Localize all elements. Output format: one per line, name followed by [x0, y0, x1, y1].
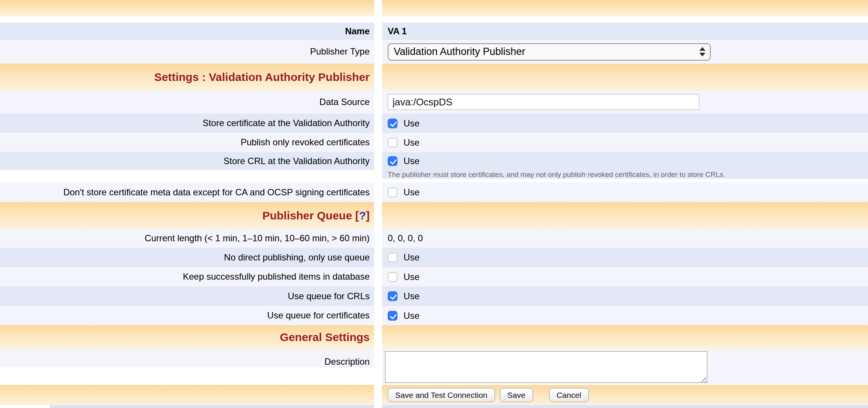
- keep-published-label: Keep successfully published items in dat…: [183, 271, 370, 282]
- store-crl-label: Store CRL at the Validation Authority: [224, 152, 370, 170]
- publisher-queue-help-link[interactable]: ?: [359, 209, 366, 222]
- row-data-source: Data Source: [0, 90, 868, 114]
- name-value: VA 1: [388, 26, 407, 37]
- row-buttons: Save and Test Connection Save Cancel: [0, 385, 868, 405]
- queue-certificates-checkbox[interactable]: [388, 311, 397, 321]
- row-queue-certificates: Use queue for certificates Use: [0, 306, 868, 325]
- description-textarea[interactable]: [385, 351, 707, 383]
- row-queue-crls: Use queue for CRLs Use: [0, 286, 868, 306]
- queue-section-title: Publisher Queue [?]: [262, 209, 370, 222]
- store-crl-use-label: Use: [404, 156, 420, 166]
- bottom-row-sliver: [0, 405, 868, 408]
- store-certificate-use-label: Use: [404, 118, 420, 129]
- save-and-test-connection-button[interactable]: Save and Test Connection: [388, 388, 495, 402]
- current-length-label: Current length (< 1 min, 1–10 min, 10–60…: [145, 233, 370, 244]
- row-settings-header: Settings : Validation Authority Publishe…: [0, 64, 868, 90]
- no-direct-publishing-label: No direct publishing, only use queue: [224, 252, 370, 263]
- row-no-direct-publishing: No direct publishing, only use queue Use: [0, 248, 868, 267]
- keep-published-checkbox[interactable]: [388, 272, 397, 282]
- top-band: [0, 0, 868, 16]
- publisher-type-select[interactable]: Validation Authority Publisher: [388, 43, 711, 61]
- row-name: Name VA 1: [0, 23, 868, 40]
- row-keep-published: Keep successfully published items in dat…: [0, 267, 868, 286]
- queue-certificates-label: Use queue for certificates: [267, 310, 370, 321]
- data-source-input[interactable]: [388, 94, 699, 110]
- name-label: Name: [345, 26, 370, 37]
- row-publish-only-revoked: Publish only revoked certificates Use: [0, 133, 868, 152]
- row-store-certificate: Store certificate at the Validation Auth…: [0, 114, 868, 133]
- publisher-type-selected-value: Validation Authority Publisher: [394, 46, 525, 58]
- store-certificate-label: Store certificate at the Validation Auth…: [203, 118, 370, 129]
- general-section-title: General Settings: [280, 331, 370, 344]
- row-description: Description: [0, 349, 868, 385]
- queue-help-bracket-close: ]: [366, 209, 370, 222]
- row-queue-header: Publisher Queue [?]: [0, 202, 868, 229]
- row-current-length: Current length (< 1 min, 1–10 min, 10–60…: [0, 229, 868, 248]
- table-spacer: [0, 16, 868, 23]
- queue-crls-label: Use queue for CRLs: [288, 291, 370, 302]
- keep-published-use-label: Use: [404, 272, 420, 282]
- no-direct-publishing-use-label: Use: [404, 252, 420, 263]
- queue-help-bracket-open: [: [355, 209, 359, 222]
- publisher-type-label: Publisher Type: [310, 46, 370, 57]
- dont-store-meta-checkbox[interactable]: [388, 187, 397, 197]
- row-publisher-type: Publisher Type Validation Authority Publ…: [0, 40, 868, 64]
- store-certificate-checkbox[interactable]: [388, 119, 397, 128]
- store-crl-checkbox[interactable]: [388, 156, 397, 166]
- current-length-value: 0, 0, 0, 0: [388, 233, 423, 244]
- queue-crls-use-label: Use: [404, 291, 420, 301]
- save-button[interactable]: Save: [500, 388, 533, 402]
- publish-only-revoked-label: Publish only revoked certificates: [241, 137, 370, 148]
- row-dont-store-meta: Don't store certificate meta data except…: [0, 183, 868, 202]
- publish-only-revoked-checkbox[interactable]: [388, 138, 397, 148]
- queue-crls-checkbox[interactable]: [388, 291, 397, 301]
- data-source-label: Data Source: [320, 97, 370, 108]
- dont-store-meta-label: Don't store certificate meta data except…: [63, 187, 370, 198]
- edit-publisher-page: Name VA 1 Publisher Type Validation Auth…: [0, 0, 868, 408]
- no-direct-publishing-checkbox[interactable]: [388, 253, 397, 262]
- row-general-header: General Settings: [0, 325, 868, 349]
- description-label: Description: [324, 349, 370, 367]
- publish-only-revoked-use-label: Use: [404, 137, 420, 148]
- settings-section-title: Settings : Validation Authority Publishe…: [154, 71, 370, 84]
- row-store-crl: Store CRL at the Validation Authority Us…: [0, 152, 868, 183]
- select-stepper-icon: [699, 47, 705, 56]
- cancel-button[interactable]: Cancel: [549, 388, 589, 402]
- queue-certificates-use-label: Use: [404, 311, 420, 321]
- dont-store-meta-use-label: Use: [404, 187, 420, 198]
- store-crl-help-text: The publisher must store certificates, a…: [388, 171, 725, 179]
